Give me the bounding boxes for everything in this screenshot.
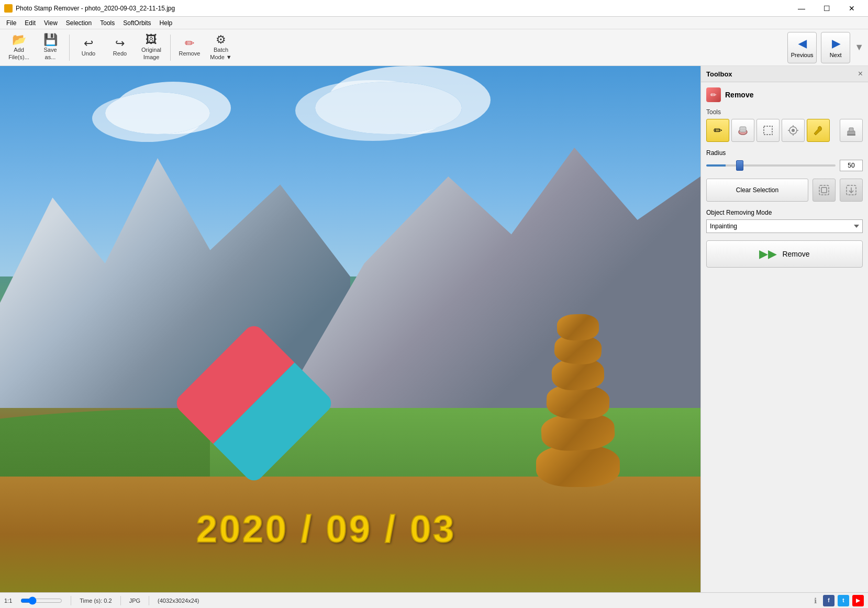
lasso-tool-button[interactable] bbox=[756, 119, 780, 142]
svg-rect-1 bbox=[740, 127, 746, 132]
object-mode-section: Object Removing Mode Inpainting Content-… bbox=[706, 209, 863, 233]
zoom-slider[interactable] bbox=[20, 596, 62, 605]
menu-help[interactable]: Help bbox=[155, 17, 177, 29]
original-image-button[interactable]: 🖼 OriginalImage bbox=[137, 32, 166, 63]
stone-top bbox=[557, 314, 599, 340]
wrench-icon bbox=[813, 125, 824, 136]
toolbar: 📂 AddFile(s)... 💾 Saveas... ↩ Undo ↪ Red… bbox=[0, 29, 868, 66]
save-as-button[interactable]: 💾 Saveas... bbox=[36, 32, 65, 63]
previous-button[interactable]: ◀ Previous bbox=[787, 32, 817, 63]
social-buttons: f t ▶ bbox=[823, 595, 864, 606]
save-as-label: Saveas... bbox=[43, 47, 57, 60]
menu-edit[interactable]: Edit bbox=[20, 17, 40, 29]
status-sep-2 bbox=[120, 596, 121, 605]
stamp-icon bbox=[845, 125, 857, 136]
cloud-1 bbox=[105, 92, 210, 134]
zoom-level: 1:1 bbox=[4, 598, 12, 604]
pencil-tool-button[interactable]: ✏ bbox=[706, 119, 729, 142]
close-button[interactable]: ✕ bbox=[840, 0, 864, 17]
mode-select[interactable]: Inpainting Content-Aware Blur Color Fill bbox=[706, 219, 863, 233]
photo-canvas: 2020 / 09 / 03 bbox=[0, 66, 700, 592]
menu-file[interactable]: File bbox=[2, 17, 20, 29]
status-sep-1 bbox=[71, 596, 71, 605]
status-sep-3 bbox=[149, 596, 149, 605]
window-title: Photo Stamp Remover - photo_2020-09-03_2… bbox=[16, 5, 789, 12]
nav-buttons: ◀ Previous ▶ Next ▼ bbox=[787, 32, 864, 63]
menu-bar: File Edit View Selection Tools SoftOrbit… bbox=[0, 17, 868, 29]
remove-section-header: ✏ Remove bbox=[706, 87, 863, 102]
save-selection-icon bbox=[818, 184, 830, 196]
maximize-button[interactable]: ☐ bbox=[815, 0, 839, 17]
redo-button[interactable]: ↪ Redo bbox=[105, 32, 135, 63]
add-files-icon: 📂 bbox=[12, 34, 26, 46]
main-area: 2020 / 09 / 03 Toolbox × ✏ Remove Tools … bbox=[0, 66, 868, 592]
remove-section-icon: ✏ bbox=[706, 87, 721, 102]
save-selection-button[interactable] bbox=[813, 179, 836, 202]
next-button[interactable]: ▶ Next bbox=[821, 32, 850, 63]
panel-collapse-icon[interactable]: ▼ bbox=[854, 42, 864, 53]
radius-input[interactable]: 50 bbox=[840, 160, 863, 171]
svg-rect-12 bbox=[847, 134, 855, 136]
tools-label: Tools bbox=[706, 108, 863, 116]
actions-row: Clear Selection bbox=[706, 179, 863, 202]
menu-tools[interactable]: Tools bbox=[96, 17, 119, 29]
remove-button-toolbar[interactable]: ✏ Remove bbox=[175, 32, 204, 63]
wrench-tool-button[interactable] bbox=[807, 119, 830, 142]
minimize-button[interactable]: — bbox=[789, 0, 814, 17]
window-controls: — ☐ ✕ bbox=[789, 0, 864, 17]
menu-view[interactable]: View bbox=[40, 17, 62, 29]
svg-rect-3 bbox=[764, 126, 772, 135]
magic-wand-tool-button[interactable] bbox=[782, 119, 805, 142]
clear-selection-button[interactable]: Clear Selection bbox=[706, 179, 808, 202]
stamp-tool-button[interactable] bbox=[840, 119, 863, 142]
menu-softorbits[interactable]: SoftOrbits bbox=[119, 17, 155, 29]
original-image-label: OriginalImage bbox=[141, 47, 161, 60]
status-format: JPG bbox=[129, 598, 140, 604]
photo-background: 2020 / 09 / 03 bbox=[0, 66, 700, 592]
title-bar: Photo Stamp Remover - photo_2020-09-03_2… bbox=[0, 0, 868, 17]
previous-label: Previous bbox=[791, 52, 814, 58]
toolbox-content: ✏ Remove Tools ✏ bbox=[701, 82, 868, 592]
facebook-button[interactable]: f bbox=[823, 595, 834, 606]
status-zoom: 1:1 bbox=[4, 598, 12, 604]
toolbox-title: Toolbox bbox=[706, 70, 732, 78]
radius-slider[interactable] bbox=[706, 164, 836, 167]
status-right: ℹ f t ▶ bbox=[814, 595, 864, 606]
remove-arrow-icon: ▶▶ bbox=[759, 247, 777, 261]
svg-rect-13 bbox=[819, 185, 829, 195]
remove-label: Remove bbox=[782, 250, 809, 258]
undo-button[interactable]: ↩ Undo bbox=[74, 32, 103, 63]
remove-btn-wrap: ▶▶ Remove bbox=[706, 240, 863, 268]
toolbar-sep-1 bbox=[69, 35, 70, 61]
original-image-icon: 🖼 bbox=[146, 34, 157, 46]
svg-rect-14 bbox=[821, 187, 827, 193]
eraser-icon bbox=[737, 125, 749, 136]
load-selection-button[interactable] bbox=[840, 179, 863, 202]
toolbox-close-button[interactable]: × bbox=[858, 69, 863, 79]
eraser-tool-button[interactable] bbox=[731, 119, 754, 142]
radius-label: Radius bbox=[706, 149, 863, 157]
redo-icon: ↪ bbox=[115, 38, 125, 49]
remove-button[interactable]: ▶▶ Remove bbox=[706, 240, 863, 268]
object-mode-label: Object Removing Mode bbox=[706, 209, 863, 216]
canvas-area[interactable]: 2020 / 09 / 03 bbox=[0, 66, 700, 592]
menu-selection[interactable]: Selection bbox=[62, 17, 96, 29]
save-as-icon: 💾 bbox=[43, 34, 58, 46]
radius-row: 50 bbox=[706, 160, 863, 171]
tools-row: ✏ bbox=[706, 119, 863, 142]
twitter-button[interactable]: t bbox=[838, 595, 849, 606]
app-icon bbox=[4, 4, 13, 13]
stone-1 bbox=[536, 445, 620, 487]
radius-section: Radius 50 bbox=[706, 149, 863, 171]
undo-label: Undo bbox=[82, 50, 95, 57]
youtube-button[interactable]: ▶ bbox=[852, 595, 864, 606]
batch-mode-icon: ⚙ bbox=[216, 34, 226, 46]
svg-point-5 bbox=[792, 129, 795, 132]
remove-toolbar-label: Remove bbox=[179, 50, 201, 57]
batch-mode-button[interactable]: ⚙ BatchMode ▼ bbox=[206, 32, 236, 63]
add-files-button[interactable]: 📂 AddFile(s)... bbox=[4, 32, 34, 63]
load-selection-icon bbox=[845, 184, 857, 196]
add-files-label: AddFile(s)... bbox=[8, 47, 29, 60]
lasso-icon bbox=[762, 125, 774, 136]
status-bar: 1:1 Time (s): 0.2 JPG (4032x3024x24) ℹ f… bbox=[0, 592, 868, 608]
